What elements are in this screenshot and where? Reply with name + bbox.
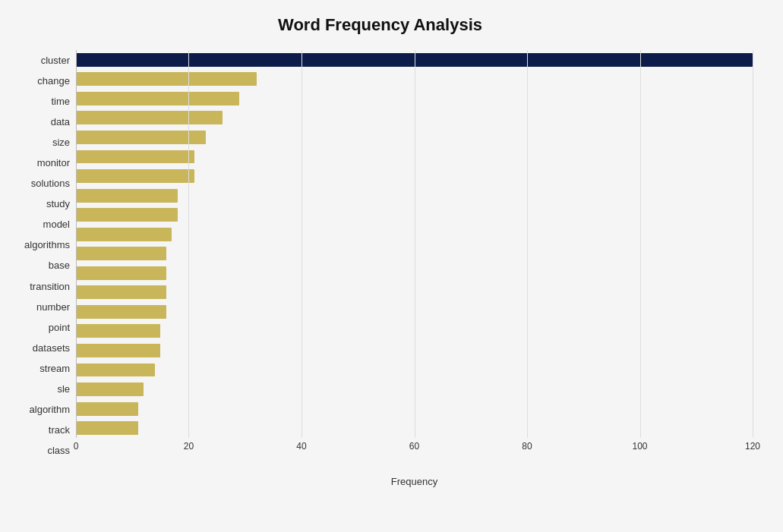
bar-sle <box>76 364 155 377</box>
y-label-class: class <box>8 440 70 461</box>
bar-algorithm <box>76 382 144 396</box>
bar-row-solutions <box>76 166 753 186</box>
bar-row-point <box>76 302 753 322</box>
bar-row-transition <box>76 263 753 283</box>
bar-row-monitor <box>76 147 753 167</box>
bar-row-study <box>76 186 753 206</box>
y-label-algorithms: algorithms <box>8 235 70 255</box>
bar-point <box>76 305 166 319</box>
y-label-study: study <box>8 194 70 214</box>
y-label-number: number <box>8 297 70 317</box>
y-label-algorithm: algorithm <box>8 399 70 420</box>
bar-row-base <box>76 244 753 263</box>
grid-line-120 <box>753 50 753 438</box>
bar-track <box>76 402 138 416</box>
y-label-change: change <box>8 71 70 91</box>
bar-number <box>76 285 166 299</box>
x-axis-label-40: 40 <box>296 441 306 452</box>
bar-model <box>76 208 178 222</box>
x-axis-labels: 020406080100120 <box>76 438 753 461</box>
bar-time <box>76 92 239 105</box>
y-label-time: time <box>8 91 70 112</box>
y-label-model: model <box>8 214 70 235</box>
y-axis-labels: clusterchangetimedatasizemonitorsolution… <box>8 50 76 461</box>
y-label-base: base <box>8 255 70 275</box>
bar-row-data <box>76 109 753 128</box>
bar-row-number <box>76 283 753 303</box>
x-axis-label-80: 80 <box>522 441 532 452</box>
y-label-stream: stream <box>8 358 70 379</box>
bar-row-size <box>76 127 753 147</box>
x-axis-label-60: 60 <box>409 441 419 452</box>
y-label-size: size <box>8 132 70 153</box>
bar-row-stream <box>76 341 753 360</box>
bar-row-sle <box>76 360 753 380</box>
bar-datasets <box>76 324 160 338</box>
bar-row-algorithms <box>76 225 753 244</box>
bar-row-algorithm <box>76 379 753 399</box>
bar-transition <box>76 266 166 280</box>
bar-cluster <box>76 53 753 67</box>
bar-row-track <box>76 399 753 419</box>
bar-base <box>76 247 166 260</box>
y-label-datasets: datasets <box>8 338 70 358</box>
bars-wrapper <box>76 50 753 461</box>
x-axis-label-20: 20 <box>184 441 194 452</box>
x-axis-label-100: 100 <box>632 441 647 452</box>
bar-row-class <box>76 418 753 438</box>
bar-stream <box>76 344 160 357</box>
bar-monitor <box>76 150 194 164</box>
y-label-cluster: cluster <box>8 50 70 71</box>
bar-size <box>76 131 206 144</box>
bar-row-model <box>76 205 753 225</box>
bar-solutions <box>76 169 194 183</box>
y-label-sle: sle <box>8 379 70 399</box>
bar-study <box>76 189 178 203</box>
y-label-transition: transition <box>8 276 70 297</box>
bar-row-cluster <box>76 50 753 70</box>
y-label-data: data <box>8 112 70 132</box>
bar-class <box>76 421 138 435</box>
x-axis-label-0: 0 <box>74 441 79 452</box>
bar-row-time <box>76 89 753 109</box>
bar-data <box>76 111 223 124</box>
bar-change <box>76 72 257 86</box>
y-label-track: track <box>8 420 70 440</box>
chart-area: clusterchangetimedatasizemonitorsolution… <box>8 50 753 461</box>
bars-and-grid: 020406080100120 Frequency <box>76 50 753 461</box>
chart-title: Word Frequency Analysis <box>8 15 753 35</box>
y-label-point: point <box>8 317 70 338</box>
y-label-monitor: monitor <box>8 153 70 173</box>
y-label-solutions: solutions <box>8 173 70 194</box>
bar-row-datasets <box>76 322 753 342</box>
x-axis-title: Frequency <box>76 476 753 487</box>
chart-container: Word Frequency Analysis clusterchangetim… <box>0 0 783 532</box>
bar-row-change <box>76 70 753 90</box>
x-axis-label-120: 120 <box>745 441 760 452</box>
bar-algorithms <box>76 228 172 241</box>
